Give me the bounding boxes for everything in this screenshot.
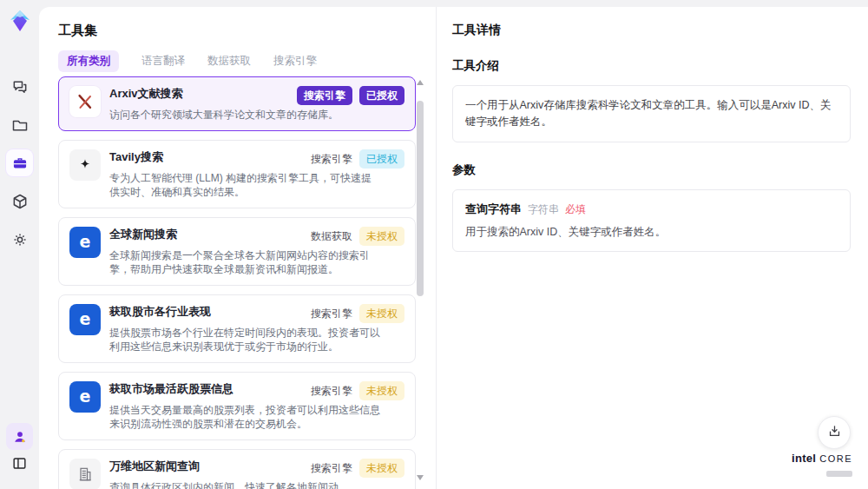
scroll-up-arrow[interactable] xyxy=(417,80,424,85)
tool-name: 万维地区新闻查询 xyxy=(109,459,311,474)
tool-name: 获取股市各行业表现 xyxy=(109,304,311,320)
auth-status-badge: 未授权 xyxy=(359,381,404,400)
sidebar-item-models[interactable] xyxy=(6,188,33,215)
param-type: 字符串 xyxy=(528,202,559,217)
category-badge: 搜索引擎 xyxy=(297,86,352,105)
intel-brand-text: intel xyxy=(792,452,816,465)
download-button[interactable] xyxy=(818,416,851,449)
tool-description: 全球新闻搜索是一个聚合全球各大新闻网站内容的搜索引擎，帮助用户快速获取全球最新资… xyxy=(109,248,404,276)
tab-translation[interactable]: 语言翻译 xyxy=(141,54,185,69)
tool-name: 全球新闻搜索 xyxy=(109,227,311,242)
intro-box: 一个用于从Arxiv存储库搜索科学论文和文章的工具。输入可以是Arxiv ID、… xyxy=(452,85,851,142)
auth-status-badge: 未授权 xyxy=(359,459,404,478)
params-heading: 参数 xyxy=(452,162,851,178)
core-brand-text: core xyxy=(819,453,852,464)
download-icon xyxy=(827,424,842,442)
tool-list-pane: 工具集 所有类别 语言翻译 数据获取 搜索引擎 Arxiv文献搜索 xyxy=(39,7,437,489)
tool-name: Arxiv文献搜索 xyxy=(109,86,297,102)
arxiv-icon xyxy=(69,86,101,117)
tool-card-tavily[interactable]: Tavily搜索 搜索引擎 已授权 专为人工智能代理 (LLM) 构建的搜索引擎… xyxy=(58,140,416,208)
tab-all-categories[interactable]: 所有类别 xyxy=(58,50,119,72)
tool-name: Tavily搜索 xyxy=(109,149,311,165)
building-icon xyxy=(69,459,101,489)
settings-icon xyxy=(11,231,29,248)
tab-search-engine[interactable]: 搜索引擎 xyxy=(273,54,317,69)
list-scrollbar xyxy=(416,80,424,480)
category-badge: 数据获取 xyxy=(311,227,352,246)
tool-description: 提供当天交易量最高的股票列表，投资者可以利用这些信息来识别流动性强的股票和潜在的… xyxy=(109,403,404,431)
tool-name: 获取市场最活跃股票信息 xyxy=(109,381,311,397)
tool-card-most-active-stocks[interactable]: e 获取市场最活跃股票信息 搜索引擎 未授权 提供当天交易量最高的股票列表，投资… xyxy=(58,372,416,440)
param-name: 查询字符串 xyxy=(465,202,522,217)
panel-toggle-icon xyxy=(11,455,28,472)
intel-sub-badge xyxy=(826,471,852,477)
sidebar-item-account[interactable] xyxy=(6,423,33,450)
tool-card-arxiv[interactable]: Arxiv文献搜索 搜索引擎 已授权 访问各个研究领域大量科学论文和文章的存储库… xyxy=(58,76,416,131)
tool-detail-pane: 工具详情 工具介绍 一个用于从Arxiv存储库搜索科学论文和文章的工具。输入可以… xyxy=(437,7,868,489)
chat-icon xyxy=(11,78,29,96)
param-required-badge: 必填 xyxy=(565,202,586,217)
sidebar-item-collapse[interactable] xyxy=(6,450,33,477)
user-avatar-icon xyxy=(11,428,29,446)
category-tabs: 所有类别 语言翻译 数据获取 搜索引擎 xyxy=(58,50,436,71)
sidebar-item-toolbox[interactable] xyxy=(6,149,33,176)
app-logo-diamond-icon xyxy=(7,9,33,35)
intro-text: 一个用于从Arxiv存储库搜索科学论文和文章的工具。输入可以是Arxiv ID、… xyxy=(465,97,838,130)
tool-description: 查询具体行政区划内的新闻，快速了解各地新闻动 xyxy=(109,480,404,489)
folder-icon xyxy=(11,116,29,134)
auth-status-badge: 已授权 xyxy=(359,86,404,105)
intro-heading: 工具介绍 xyxy=(452,58,851,74)
sidebar-item-files[interactable] xyxy=(6,111,33,138)
tool-description: 访问各个研究领域大量科学论文和文章的存储库。 xyxy=(109,108,404,122)
toolbox-icon xyxy=(11,155,29,172)
scrollbar-thumb[interactable] xyxy=(417,101,424,296)
tool-card-regional-news[interactable]: 万维地区新闻查询 搜索引擎 未授权 查询具体行政区划内的新闻，快速了解各地新闻动 xyxy=(58,449,416,489)
category-badge: 搜索引擎 xyxy=(311,459,352,478)
news-blue-icon: e xyxy=(69,304,101,335)
sidebar-item-settings[interactable] xyxy=(6,226,33,253)
category-badge: 搜索引擎 xyxy=(311,149,352,169)
tool-card-global-news[interactable]: e 全球新闻搜索 数据获取 未授权 全球新闻搜索是一个聚合全球各大新闻网站内容的… xyxy=(58,217,416,286)
parameter-box: 查询字符串 字符串 必填 用于搜索的Arxiv ID、关键字或作者姓名。 xyxy=(452,189,851,252)
category-badge: 搜索引擎 xyxy=(311,381,352,400)
tab-data-fetch[interactable]: 数据获取 xyxy=(207,54,251,69)
left-rail xyxy=(0,0,39,489)
news-blue-icon: e xyxy=(69,227,101,258)
category-badge: 搜索引擎 xyxy=(311,304,352,323)
page-title: 工具集 xyxy=(58,23,436,39)
tool-card-sector-performance[interactable]: e 获取股市各行业表现 搜索引擎 未授权 提供股票市场各个行业在特定时间段内的表… xyxy=(58,294,416,363)
auth-status-badge: 未授权 xyxy=(359,227,404,246)
auth-status-badge: 已授权 xyxy=(359,149,404,169)
sparkle-icon xyxy=(69,149,101,181)
scroll-down-arrow[interactable] xyxy=(417,475,424,480)
cube-icon xyxy=(11,193,29,210)
tool-description: 专为人工智能代理 (LLM) 构建的搜索引擎工具，可快速提供实时、准确和真实的结… xyxy=(109,171,404,199)
news-blue-icon: e xyxy=(69,381,101,413)
sidebar-item-chat[interactable] xyxy=(6,73,33,100)
intel-core-logo: intel core xyxy=(792,452,852,480)
param-description: 用于搜索的Arxiv ID、关键字或作者姓名。 xyxy=(465,225,838,240)
auth-status-badge: 未授权 xyxy=(359,304,404,323)
main-content: 工具集 所有类别 语言翻译 数据获取 搜索引擎 Arxiv文献搜索 xyxy=(39,7,868,489)
detail-title: 工具详情 xyxy=(452,23,851,38)
tool-card-list: Arxiv文献搜索 搜索引擎 已授权 访问各个研究领域大量科学论文和文章的存储库… xyxy=(58,76,416,489)
tool-description: 提供股票市场各个行业在特定时间段内的表现。投资者可以利用这些信息来识别表现优于或… xyxy=(109,326,404,354)
